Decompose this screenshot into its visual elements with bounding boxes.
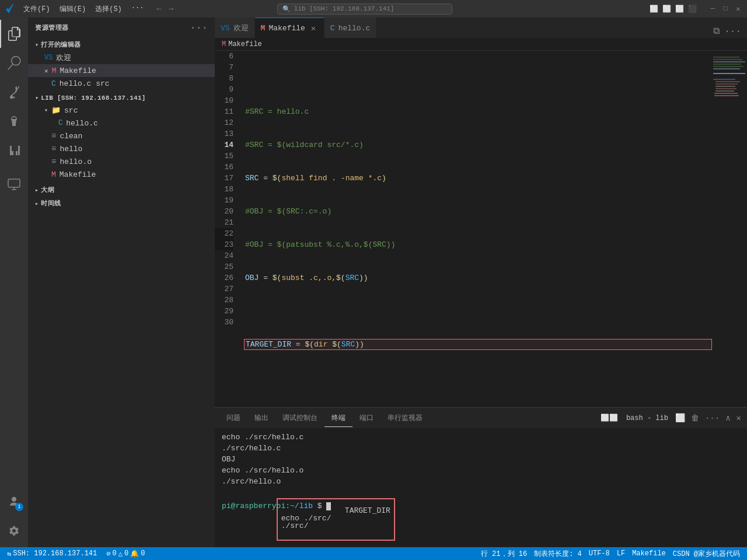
ab-run-debug[interactable]: [0, 107, 28, 135]
tab-hello-c-label: hello.c: [338, 24, 371, 33]
src-folder[interactable]: ▾ 📁 src: [28, 104, 215, 117]
maximize-btn[interactable]: □: [721, 5, 729, 13]
activity-bar: 1: [0, 18, 28, 547]
main-layout: 1 资源管理器 ··· ▾ 打开的编辑器 VS 欢迎 ✕: [0, 18, 747, 547]
hello-o-name: hello.o: [60, 158, 92, 166]
timeline-chevron: ▸: [35, 200, 39, 207]
editor-content[interactable]: 678910 1112131415 1617181920 2122232425 …: [215, 51, 747, 407]
panel-tab-ports[interactable]: 端口: [352, 410, 381, 427]
layout-icon-2[interactable]: ⬜: [663, 5, 671, 13]
lib-label: LIB [SSH: 192.168.137.141]: [41, 94, 145, 102]
panel-tab-problems[interactable]: 问题: [219, 410, 247, 427]
status-errors[interactable]: ⊘ 0 △ 0 🔔 0: [104, 550, 147, 558]
nav-arrows: ← →: [154, 3, 176, 15]
panel-more-icon[interactable]: ···: [704, 414, 721, 423]
menu-more[interactable]: ···: [128, 3, 148, 15]
panel-tab-debug[interactable]: 调试控制台: [275, 410, 324, 427]
panel-tab-output[interactable]: 输出: [247, 410, 275, 427]
tab-makefile-close[interactable]: ✕: [309, 23, 318, 33]
timeline-section[interactable]: ▸ 时间线: [28, 197, 215, 210]
ab-source-control[interactable]: [0, 78, 28, 106]
outline-section[interactable]: ▸ 大纲: [28, 183, 215, 197]
terminal-line-2: ./src/hello.c: [222, 443, 740, 454]
svg-rect-11: [715, 83, 738, 85]
sidebar-item-makefile[interactable]: ✕ M Makefile: [28, 64, 215, 77]
ab-extensions[interactable]: [0, 136, 28, 164]
panel-close-icon[interactable]: ✕: [735, 413, 742, 423]
line-ending-text: LF: [617, 550, 625, 558]
tab-size-text: 制表符长度: 4: [534, 549, 582, 559]
ab-account[interactable]: 1: [0, 488, 28, 516]
tab-more-icon[interactable]: ···: [723, 25, 742, 38]
code-line-7: #SRC = hello.c: [245, 106, 712, 117]
status-line-ending[interactable]: LF: [615, 550, 627, 558]
sidebar-item-welcome[interactable]: VS 欢迎: [28, 51, 215, 64]
terminal-layout-icon[interactable]: ⬜⬜: [598, 412, 620, 424]
ab-remote[interactable]: [0, 170, 28, 198]
svg-rect-0: [8, 179, 20, 187]
layout-icon-4[interactable]: ⬛: [689, 5, 697, 13]
tree-hello[interactable]: ≡ hello: [28, 142, 215, 155]
open-editors-section[interactable]: ▾ 打开的编辑器: [28, 38, 215, 51]
nav-forward-btn[interactable]: →: [166, 3, 176, 15]
terminal-trash-icon[interactable]: 🗑: [690, 414, 700, 423]
lib-section[interactable]: ▾ LIB [SSH: 192.168.137.141]: [28, 92, 215, 104]
sidebar-item-hello-c[interactable]: C hello.c src: [28, 77, 215, 90]
layout-icon-1[interactable]: ⬜: [650, 5, 658, 13]
code-line-10: #OBJ = $(SRC:.c=.o): [245, 206, 712, 217]
code-line-15: [245, 372, 712, 383]
tab-hello-c[interactable]: C hello.c: [324, 18, 376, 38]
menu-bar: 文件(F) 编辑(E) 选择(S) ···: [20, 3, 147, 15]
sidebar-header: 资源管理器 ···: [28, 18, 215, 38]
tab-makefile[interactable]: M Makefile ✕: [255, 18, 324, 38]
close-btn[interactable]: ✕: [734, 5, 742, 13]
code-line-14: TARGET_DIR = $(dir $(SRC)): [244, 339, 712, 350]
menu-edit[interactable]: 编辑(E): [56, 3, 90, 15]
tree-clean[interactable]: ≡ clean: [28, 130, 215, 142]
ab-settings[interactable]: [0, 517, 28, 545]
ab-search[interactable]: [0, 49, 28, 77]
menu-select[interactable]: 选择(S): [92, 3, 125, 15]
status-language[interactable]: Makefile: [630, 550, 668, 558]
svg-rect-2: [713, 57, 739, 58]
sidebar-more-icon[interactable]: ···: [190, 23, 208, 33]
status-tab-size[interactable]: 制表符长度: 4: [532, 549, 584, 559]
row-col-text: 行 21，列 16: [481, 549, 527, 559]
ab-explorer[interactable]: [0, 20, 28, 48]
panel-tab-serial[interactable]: 串行监视器: [381, 410, 430, 427]
svg-rect-13: [715, 88, 736, 89]
src-chevron: ▾: [44, 107, 48, 114]
tab-hello-c-icon: C: [330, 24, 335, 33]
tab-welcome[interactable]: VS 欢迎: [215, 18, 255, 38]
status-ssh-text: SSH: 192.168.137.141: [13, 550, 97, 558]
minimize-btn[interactable]: ─: [708, 5, 717, 13]
terminal-content[interactable]: echo ./src/hello.c ./src/hello.c OBJ ech…: [215, 428, 747, 547]
terminal-prompt: pi@raspberrypi:~/lib $: [222, 501, 740, 512]
info-count: 0: [141, 550, 145, 558]
app-icon: [5, 4, 15, 14]
tree-hello-o[interactable]: ≡ hello.o: [28, 155, 215, 168]
status-encoding[interactable]: UTF-8: [587, 550, 612, 558]
hello-o-icon: ≡: [51, 157, 56, 166]
terminal-bash-label: bash - lib: [624, 414, 671, 422]
tree-hello-c[interactable]: C hello.c: [28, 117, 215, 130]
tab-welcome-label: 欢迎: [233, 23, 249, 33]
panel-chevron-up[interactable]: ∧: [724, 413, 731, 423]
tab-split-icon[interactable]: ⧉: [712, 24, 721, 38]
terminal-split-icon[interactable]: ⬜: [674, 413, 686, 423]
menu-file[interactable]: 文件(F): [20, 3, 54, 15]
makefile-close-icon[interactable]: ✕: [44, 67, 48, 75]
layout-icon-3[interactable]: ⬜: [676, 5, 684, 13]
code-content[interactable]: #SRC = hello.c #SRC = $(wildcard src/*.c…: [238, 51, 712, 407]
tree-makefile[interactable]: M Makefile: [28, 168, 215, 181]
status-feedback[interactable]: CSDN @家乡机器代码: [671, 549, 742, 559]
status-row-col[interactable]: 行 21，列 16: [479, 549, 529, 559]
svg-rect-7: [713, 68, 740, 69]
code-line-8: #SRC = $(wildcard src/*.c): [245, 139, 712, 150]
nav-back-btn[interactable]: ←: [154, 3, 163, 15]
panel-tab-terminal[interactable]: 终端: [324, 410, 352, 427]
sidebar-tree: ▾ 打开的编辑器 VS 欢迎 ✕ M Makefile C hello.c sr…: [28, 38, 215, 547]
search-box[interactable]: 🔍 lib [SSH: 192.168.137.141]: [277, 4, 452, 15]
status-remote[interactable]: ⇆ SSH: 192.168.137.141: [5, 550, 99, 558]
error-count: 0: [113, 550, 117, 558]
